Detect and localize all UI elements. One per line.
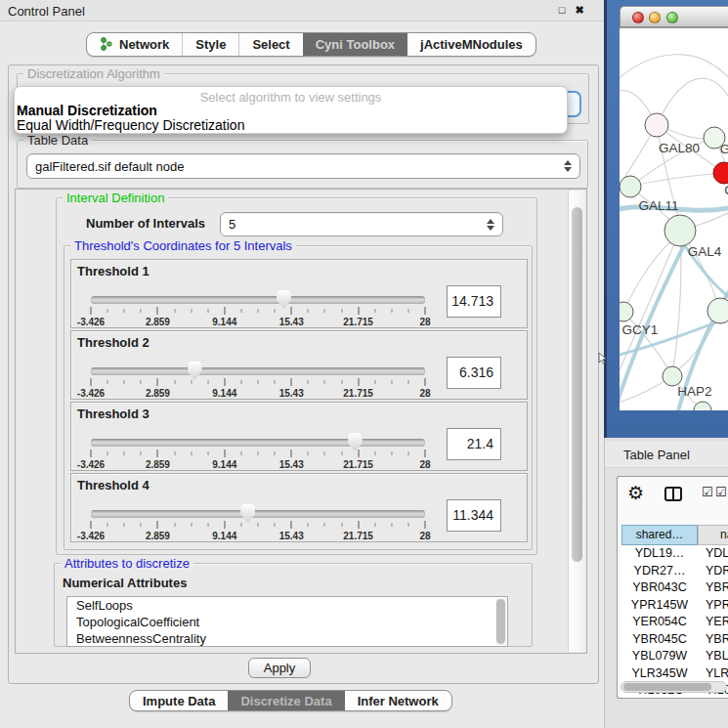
minor-tick <box>207 523 208 527</box>
threshold-panel: Threshold 2-3.4262.8599.14415.4321.71528… <box>70 330 528 400</box>
table-cell[interactable]: YDL1 <box>698 545 728 563</box>
column-header[interactable]: na <box>698 525 728 545</box>
minor-tick <box>191 451 192 455</box>
tab-style[interactable]: Style <box>182 33 238 56</box>
slider-track[interactable] <box>91 439 425 447</box>
network-node[interactable] <box>713 162 728 184</box>
table-cell[interactable]: YBR043C <box>621 579 698 597</box>
tab-jactivemnodules[interactable]: jActiveMNodules <box>407 33 535 56</box>
threshold-value-field[interactable]: 14.713 <box>447 285 501 318</box>
table-row[interactable]: YBL079WYBL0 <box>621 648 728 665</box>
table-row[interactable]: YBR043CYBR0 <box>621 579 728 597</box>
bottom-tab-impute-data[interactable]: Impute Data <box>130 691 228 710</box>
tick-label: 9.144 <box>212 531 236 541</box>
node-table: shared…naYDL19…YDL1YDR27…YDR2YBR043CYBR0… <box>621 525 728 699</box>
table-cell[interactable]: YPR1 <box>698 597 728 615</box>
column-header[interactable]: shared… <box>621 525 698 545</box>
network-node[interactable] <box>620 302 633 321</box>
tick-label: 15.43 <box>279 388 304 399</box>
minor-tick <box>124 380 125 384</box>
tick-label: 15.43 <box>279 459 304 470</box>
minimize-traffic-light[interactable] <box>649 12 661 23</box>
table-row[interactable]: YPR145WYPR1 <box>621 597 728 615</box>
network-node[interactable] <box>694 402 711 410</box>
table-horizontal-scrollbar[interactable] <box>621 681 727 693</box>
slider-track[interactable] <box>91 510 425 518</box>
scrollbar-thumb[interactable] <box>572 207 582 562</box>
slider-track[interactable] <box>91 296 425 304</box>
table-cell[interactable]: YBL079W <box>621 648 698 665</box>
tab-network[interactable]: Network <box>87 33 182 56</box>
table-cell[interactable]: YER0 <box>698 614 728 631</box>
table-cell[interactable]: YDR2 <box>698 563 728 580</box>
tick-label: 28 <box>419 531 430 541</box>
numerical-attributes-list[interactable]: SelfLoopsTopologicalCoefficientBetweenne… <box>66 596 508 647</box>
tick-label: 9.144 <box>212 388 236 399</box>
attribute-list-item[interactable]: TopologicalCoefficient <box>67 614 507 630</box>
table-cell[interactable]: YER054C <box>621 614 698 631</box>
table-cell[interactable]: YBL0 <box>698 648 728 665</box>
bottom-tab-bar: Impute DataDiscretize DataInfer Network <box>129 690 452 711</box>
close-traffic-light[interactable] <box>632 12 644 23</box>
scrollbar-thumb[interactable] <box>496 599 505 644</box>
threshold-value-field[interactable]: 21.4 <box>447 428 501 460</box>
network-node[interactable] <box>707 298 728 323</box>
network-edge <box>623 238 674 312</box>
close-icon[interactable]: ✖ <box>573 3 586 18</box>
minor-tick <box>407 451 408 455</box>
table-row[interactable]: YDR27…YDR2 <box>621 563 728 580</box>
table-cell[interactable]: YLR345W <box>621 665 698 683</box>
table-row[interactable]: YLR345WYLR3 <box>621 665 728 683</box>
network-canvas[interactable]: GAL80G.CGAL11GAL4GCY1HHAP2 <box>620 27 728 410</box>
network-node[interactable] <box>663 366 682 386</box>
table-cell[interactable]: YBR0 <box>698 631 728 649</box>
attributes-group-title: Attributes to discretize <box>61 556 193 571</box>
checkbox-icon[interactable]: ☑ <box>715 485 727 499</box>
bottom-tab-infer-network[interactable]: Infer Network <box>345 691 451 710</box>
table-cell[interactable]: YPR145W <box>621 597 698 615</box>
bottom-tab-discretize-data[interactable]: Discretize Data <box>228 691 344 710</box>
checkbox-icon[interactable]: ☑ <box>702 485 713 499</box>
table-row[interactable]: YER054CYER0 <box>621 614 728 631</box>
float-window-icon[interactable]: □ <box>555 3 569 18</box>
split-columns-icon[interactable] <box>664 487 682 501</box>
major-tick <box>358 307 359 315</box>
threshold-value-field[interactable]: 11.344 <box>447 499 501 532</box>
scrollbar-thumb[interactable] <box>623 683 711 691</box>
network-window-titlebar[interactable] <box>620 6 728 27</box>
attribute-list-item[interactable]: SelfLoops <box>67 597 507 614</box>
table-cell[interactable]: YDL19… <box>621 545 698 563</box>
minor-tick <box>141 380 142 384</box>
table-row[interactable]: YDL19…YDL1 <box>621 545 728 563</box>
table-cell[interactable]: YDR27… <box>621 563 698 580</box>
attributes-list-scrollbar[interactable] <box>495 598 506 645</box>
table-row[interactable]: YBR045CYBR0 <box>621 631 728 649</box>
network-node[interactable] <box>645 113 668 137</box>
major-tick <box>358 378 359 386</box>
major-tick <box>91 307 92 315</box>
gear-icon[interactable]: ⚙ <box>627 483 644 504</box>
apply-button[interactable]: Apply <box>248 658 311 678</box>
attribute-list-item[interactable]: BetweennessCentrality <box>67 630 507 647</box>
table-data-combobox[interactable]: galFiltered.sif default node <box>26 153 580 179</box>
major-tick <box>358 450 359 457</box>
number-of-intervals-combobox[interactable]: 5 <box>220 212 503 236</box>
minor-tick <box>374 380 375 384</box>
threshold-value-field[interactable]: 6.316 <box>447 357 501 389</box>
table-cell[interactable]: YBR0 <box>698 579 728 597</box>
major-tick <box>224 307 225 315</box>
settings-scrollbar[interactable] <box>568 191 585 652</box>
tab-select[interactable]: Select <box>238 33 302 56</box>
minor-tick <box>324 523 325 527</box>
network-node[interactable] <box>664 215 696 246</box>
table-cell[interactable]: YLR3 <box>698 665 728 683</box>
table-cell[interactable]: YBR045C <box>621 631 698 649</box>
dropdown-option[interactable]: Equal Width/Frequency Discretization <box>15 118 567 133</box>
dropdown-option[interactable]: Manual Discretization <box>15 104 567 118</box>
minor-tick <box>275 451 276 455</box>
tab-cyni-toolbox[interactable]: Cyni Toolbox <box>303 33 407 56</box>
slider-track[interactable] <box>91 367 425 375</box>
zoom-traffic-light[interactable] <box>666 12 678 23</box>
network-node[interactable] <box>620 176 641 197</box>
tab-label: jActiveMNodules <box>420 37 523 52</box>
